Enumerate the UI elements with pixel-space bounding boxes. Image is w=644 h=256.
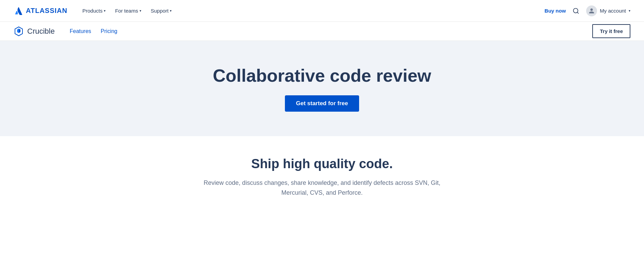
for-teams-nav-label: For teams: [115, 8, 138, 14]
products-chevron-icon: ▾: [104, 9, 106, 13]
atlassian-logo-icon: [14, 6, 23, 16]
my-account-label: My account: [600, 8, 626, 14]
content-title: Ship high quality code.: [251, 157, 393, 171]
products-nav-label: Products: [82, 8, 102, 14]
support-nav-label: Support: [151, 8, 169, 14]
for-teams-chevron-icon: ▾: [140, 9, 141, 13]
support-chevron-icon: ▾: [170, 9, 172, 13]
product-nav-links: Features Pricing: [66, 26, 122, 37]
for-teams-nav-link[interactable]: For teams ▾: [111, 5, 145, 16]
product-navigation: Crucible Features Pricing Try it free: [0, 22, 644, 41]
content-section: Ship high quality code. Review code, dis…: [0, 136, 644, 211]
top-nav-right: Buy now My account ▾: [545, 5, 630, 16]
atlassian-logo-text: ATLASSIAN: [26, 7, 67, 15]
account-avatar: [586, 5, 597, 16]
hero-title: Collaborative code review: [213, 65, 431, 86]
support-nav-link[interactable]: Support ▾: [147, 5, 176, 16]
top-nav-left: ATLASSIAN Products ▾ For teams ▾ Support…: [14, 5, 176, 16]
content-description: Review code, discuss changes, share know…: [203, 178, 441, 198]
pricing-nav-link[interactable]: Pricing: [97, 26, 122, 37]
user-icon: [589, 8, 595, 14]
product-nav-left: Crucible Features Pricing: [14, 26, 122, 37]
get-started-button[interactable]: Get started for free: [285, 95, 359, 112]
atlassian-logo[interactable]: ATLASSIAN: [14, 6, 67, 16]
crucible-logo-text: Crucible: [27, 27, 55, 36]
my-account-chevron-icon: ▾: [629, 9, 630, 13]
products-nav-link[interactable]: Products ▾: [78, 5, 110, 16]
crucible-logo-icon: [14, 26, 24, 36]
search-icon: [573, 7, 579, 14]
buy-now-link[interactable]: Buy now: [545, 8, 566, 14]
hero-section: Collaborative code review Get started fo…: [0, 41, 644, 136]
top-nav-links: Products ▾ For teams ▾ Support ▾: [78, 5, 176, 16]
crucible-logo[interactable]: Crucible: [14, 26, 55, 36]
search-button[interactable]: [571, 6, 581, 16]
features-nav-link[interactable]: Features: [66, 26, 95, 37]
top-navigation: ATLASSIAN Products ▾ For teams ▾ Support…: [0, 0, 644, 22]
my-account-button[interactable]: My account ▾: [586, 5, 630, 16]
svg-line-1: [577, 12, 579, 13]
try-it-free-button[interactable]: Try it free: [592, 24, 630, 38]
